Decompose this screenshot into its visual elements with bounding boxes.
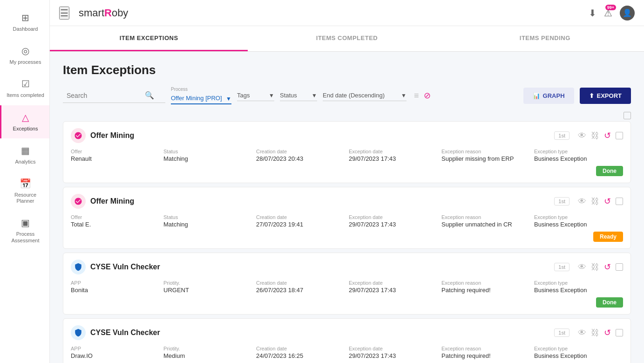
hamburger-button[interactable]: ☰: [59, 7, 69, 20]
status-filter-wrap: Status ▼: [280, 90, 317, 101]
field-priority: Priotity. URGENT: [163, 280, 252, 294]
link-icon[interactable]: ⛓: [591, 197, 599, 206]
sidebar-item-label: Process Assessment: [5, 231, 46, 243]
sidebar-item-analytics[interactable]: ▦ Analytics: [0, 138, 49, 171]
item-checkbox[interactable]: [616, 329, 623, 336]
field-exception-date: Exception date 29/07/2023 17:43: [349, 149, 438, 162]
exceptions-icon: △: [22, 112, 29, 123]
sidebar-item-process-assessment[interactable]: ▣ Process Assessment: [0, 211, 49, 250]
filter-bars-icon[interactable]: ≡: [414, 91, 419, 101]
process-filter-wrap: Process Offer Mining [PRO] ▼: [171, 87, 231, 104]
item-name: Offer Mining: [90, 197, 549, 205]
list-item: CYSE Vuln Checker 1st 👁 ⛓ ↺ APP Draw.IO: [63, 318, 631, 363]
field-exception-type: Exception type Business Exception: [534, 214, 623, 228]
field-creation: Creation date 24/07/2023 16:25: [256, 346, 345, 359]
select-all-checkbox[interactable]: [624, 112, 631, 119]
field-exception-reason: Exception reason Patching required!: [441, 280, 530, 294]
field-exception-date: Exception date 29/07/2023 17:43: [349, 214, 438, 228]
item-header: CYSE Vuln Checker 1st 👁 ⛓ ↺: [71, 260, 623, 274]
logo: smartRoby: [79, 7, 128, 19]
graph-button[interactable]: 📊 GRAPH: [523, 88, 574, 104]
sidebar: ⊞ Dashboard ◎ My processes ☑ Items compl…: [0, 0, 50, 363]
sidebar-item-label: Analytics: [15, 159, 35, 165]
item-badge: 1st: [554, 329, 569, 337]
sidebar-item-label: Dashboard: [13, 26, 38, 32]
export-button[interactable]: ⬆ EXPORT: [580, 88, 631, 104]
sidebar-item-label: Exceptions: [13, 126, 38, 132]
item-actions: 👁 ⛓ ↺: [578, 262, 623, 272]
sidebar-item-resource-planner[interactable]: 📅 Resource Planner: [0, 171, 49, 211]
item-header: Offer Mining 1st 👁 ⛓ ↺: [71, 194, 623, 209]
process-filter-label: Process: [171, 87, 231, 92]
download-icon[interactable]: ⬇: [589, 7, 597, 19]
graph-icon: 📊: [533, 92, 540, 99]
field-creation: Creation date 28/07/2023 20:43: [256, 149, 345, 162]
status-filter-select[interactable]: Status: [280, 90, 317, 101]
link-icon[interactable]: ⛓: [591, 131, 599, 141]
process-filter-select[interactable]: Offer Mining [PRO]: [171, 93, 231, 104]
avatar[interactable]: 👤: [620, 6, 635, 21]
item-avatar: [71, 260, 86, 274]
field-priority: Priotity. Medium: [163, 346, 252, 359]
tags-filter-wrap: Tags ▼: [237, 90, 274, 101]
resource-planner-icon: 📅: [20, 178, 31, 189]
item-checkbox[interactable]: [616, 198, 623, 205]
sidebar-item-label: Items completed: [7, 92, 44, 98]
items-completed-icon: ☑: [21, 78, 30, 89]
sidebar-item-my-processes[interactable]: ◎ My processes: [0, 39, 49, 72]
alert-icon[interactable]: ⚠ 99+: [604, 7, 612, 19]
sidebar-item-label: My processes: [10, 59, 41, 65]
dashboard-icon: ⊞: [21, 12, 29, 23]
active-filter-icon[interactable]: ⊘: [424, 90, 431, 101]
enddate-filter-select[interactable]: End date (Descending): [323, 90, 407, 101]
view-icon[interactable]: 👁: [578, 131, 586, 141]
status-badge: Done: [596, 166, 623, 176]
undo-icon[interactable]: ↺: [604, 262, 611, 272]
view-icon[interactable]: 👁: [578, 328, 586, 338]
sidebar-item-items-completed[interactable]: ☑ Items completed: [0, 72, 49, 105]
action-buttons: 📊 GRAPH ⬆ EXPORT: [523, 88, 631, 104]
item-checkbox[interactable]: [616, 132, 623, 139]
status-filter-container: Status ▼: [280, 90, 317, 101]
field-offer: Offer Total E.: [71, 214, 160, 228]
list-item: CYSE Vuln Checker 1st 👁 ⛓ ↺ APP Bonita: [63, 253, 631, 315]
view-icon[interactable]: 👁: [578, 262, 586, 272]
sidebar-item-exceptions[interactable]: △ Exceptions: [0, 105, 49, 138]
field-app: APP Draw.IO: [71, 346, 160, 359]
search-box[interactable]: 🔍: [63, 88, 165, 103]
sidebar-item-dashboard[interactable]: ⊞ Dashboard: [0, 6, 49, 39]
item-avatar: [71, 128, 86, 143]
list-item: Offer Mining 1st 👁 ⛓ ↺ Offer Renault: [63, 121, 631, 183]
undo-icon[interactable]: ↺: [604, 196, 611, 206]
item-actions: 👁 ⛓ ↺: [578, 196, 623, 206]
item-checkbox[interactable]: [616, 263, 623, 271]
items-list: Offer Mining 1st 👁 ⛓ ↺ Offer Renault: [63, 121, 631, 363]
search-icon: 🔍: [145, 91, 154, 100]
field-offer: Offer Renault: [71, 149, 160, 162]
content-area: Item Exceptions 🔍 Process Offer Mining […: [50, 52, 644, 363]
tab-items-pending[interactable]: ITEMS PENDING: [446, 26, 644, 51]
tab-items-completed[interactable]: ITEMS COMPLETED: [248, 26, 446, 51]
item-actions: 👁 ⛓ ↺: [578, 328, 623, 338]
filters-row: 🔍 Process Offer Mining [PRO] ▼ Tags ▼: [63, 87, 631, 104]
search-input[interactable]: [67, 92, 141, 99]
undo-icon[interactable]: ↺: [604, 130, 611, 141]
field-exception-reason: Exception reason Patching required!: [441, 346, 530, 359]
item-badge: 1st: [554, 131, 569, 140]
field-app: APP Bonita: [71, 280, 160, 294]
view-icon[interactable]: 👁: [578, 197, 586, 206]
status-badge: Done: [596, 297, 623, 308]
undo-icon[interactable]: ↺: [604, 328, 611, 338]
field-exception-type: Exception type Business Exception: [534, 149, 623, 162]
item-badge: 1st: [554, 197, 569, 205]
export-icon: ⬆: [589, 92, 594, 99]
tags-filter-select[interactable]: Tags: [237, 90, 274, 101]
field-exception-reason: Exception reason Supplier unmatched in C…: [441, 214, 530, 228]
alert-badge: 99+: [605, 5, 616, 10]
link-icon[interactable]: ⛓: [591, 262, 599, 272]
enddate-filter-wrap: End date (Descending) ▼: [323, 90, 407, 101]
link-icon[interactable]: ⛓: [591, 328, 599, 338]
item-fields: Offer Renault Status Matching Creation d…: [71, 149, 623, 176]
field-exception-type: Exception type Business Exception: [534, 346, 623, 359]
tab-item-exceptions[interactable]: ITEM EXCEPTIONS: [50, 26, 248, 51]
